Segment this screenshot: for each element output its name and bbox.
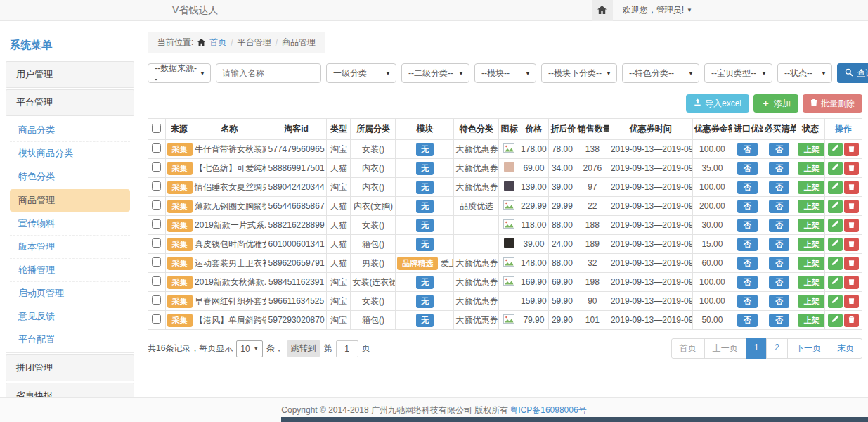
must-buy-toggle-button[interactable]: 否 (769, 295, 789, 308)
must-buy-toggle-button[interactable]: 否 (769, 257, 789, 270)
batch-delete-button[interactable]: 批量删除 (803, 94, 862, 113)
edit-button[interactable] (828, 257, 843, 270)
filter-select-module[interactable]: --模块--▼ (474, 63, 536, 83)
row-checkbox[interactable] (152, 257, 161, 267)
sidebar-item[interactable]: 宣传物料 (10, 212, 130, 236)
import-excel-button[interactable]: 导入excel (686, 94, 749, 113)
status-button[interactable]: 上架 (798, 143, 825, 156)
delete-button[interactable] (844, 219, 859, 232)
status-button[interactable]: 上架 (798, 257, 825, 270)
row-checkbox[interactable] (152, 295, 161, 305)
sidebar-item[interactable]: 商品管理 (10, 189, 130, 212)
delete-button[interactable] (844, 238, 859, 251)
edit-button[interactable] (828, 295, 843, 308)
must-buy-toggle-button[interactable]: 否 (769, 181, 789, 194)
import-toggle-button[interactable]: 否 (737, 238, 758, 251)
filter-select-module-sub-category[interactable]: --模块下分类--▼ (541, 63, 617, 83)
must-buy-toggle-button[interactable]: 否 (769, 200, 789, 213)
import-toggle-button[interactable]: 否 (737, 181, 758, 194)
sidebar-item[interactable]: 意见反馈 (10, 305, 130, 328)
per-page-select[interactable]: 10 ▼ (236, 340, 262, 357)
page-number-input[interactable] (336, 340, 358, 357)
must-buy-toggle-button[interactable]: 否 (769, 162, 789, 175)
sidebar-group[interactable]: 用户管理 (6, 61, 134, 88)
import-toggle-button[interactable]: 否 (737, 143, 758, 156)
sidebar-group[interactable]: 拼团管理 (6, 354, 134, 381)
search-input[interactable] (216, 63, 321, 83)
sidebar-item[interactable]: 商品分类 (10, 119, 130, 142)
pager-button[interactable]: 下一页 (787, 338, 829, 359)
icp-link[interactable]: 粤ICP备16098006号 (510, 404, 586, 416)
sidebar-item[interactable]: 模块商品分类 (10, 142, 130, 165)
edit-button[interactable] (828, 276, 843, 289)
delete-button[interactable] (844, 314, 859, 327)
row-checkbox[interactable] (152, 143, 161, 153)
user-menu[interactable]: 欢迎您，管理员! ▼ (623, 4, 692, 16)
status-button[interactable]: 上架 (798, 162, 825, 175)
edit-button[interactable] (828, 143, 843, 156)
filter-select-feature-category[interactable]: --特色分类--▼ (622, 63, 699, 83)
must-buy-toggle-button[interactable]: 否 (769, 238, 789, 251)
must-buy-toggle-button[interactable]: 否 (769, 314, 789, 327)
sidebar-item[interactable]: 平台配置 (10, 328, 130, 351)
status-button[interactable]: 上架 (798, 200, 825, 213)
row-checkbox[interactable] (152, 276, 161, 286)
row-checkbox[interactable] (152, 314, 161, 324)
edit-button[interactable] (828, 238, 843, 251)
sidebar-item[interactable]: 轮播管理 (10, 259, 130, 282)
sidebar-group[interactable]: 平台管理 (6, 89, 134, 116)
edit-button[interactable] (828, 181, 843, 194)
edit-button[interactable] (828, 200, 843, 213)
filter-select-level2-category[interactable]: --二级分类--▼ (401, 63, 469, 83)
home-button[interactable] (592, 0, 613, 21)
status-button[interactable]: 上架 (798, 181, 825, 194)
sidebar-item[interactable]: 启动页管理 (10, 282, 130, 305)
edit-button[interactable] (828, 219, 843, 232)
row-checkbox[interactable] (152, 219, 161, 229)
query-button[interactable]: 查询 (837, 63, 868, 83)
filter-select-level1-category[interactable]: 一级分类▼ (326, 63, 396, 83)
import-toggle-button[interactable]: 否 (737, 219, 758, 232)
status-button[interactable]: 上架 (798, 314, 825, 327)
status-button[interactable]: 上架 (798, 295, 825, 308)
delete-button[interactable] (844, 143, 859, 156)
status-button[interactable]: 上架 (798, 238, 825, 251)
pager-button[interactable]: 末页 (829, 338, 862, 359)
import-toggle-button[interactable]: 否 (737, 200, 758, 213)
import-toggle-button[interactable]: 否 (737, 314, 758, 327)
pager-button[interactable]: 2 (766, 338, 788, 359)
sidebar-item[interactable]: 版本管理 (10, 236, 130, 259)
edit-button[interactable] (828, 162, 843, 175)
status-button[interactable]: 上架 (798, 276, 825, 289)
pager-button[interactable]: 1 (746, 338, 767, 359)
must-buy-toggle-button[interactable]: 否 (769, 276, 789, 289)
filter-select-status[interactable]: --状态--▼ (777, 63, 832, 83)
filter-select-data-source[interactable]: --数据来源--▼ (148, 63, 211, 83)
delete-button[interactable] (844, 162, 859, 175)
delete-button[interactable] (844, 276, 859, 289)
sidebar-group[interactable]: 省惠快报 (6, 383, 134, 397)
delete-button[interactable] (844, 200, 859, 213)
row-checkbox[interactable] (152, 181, 161, 191)
edit-button[interactable] (828, 314, 843, 327)
filter-select-value: --数据来源-- (155, 63, 197, 84)
filter-select-item-type[interactable]: --宝贝类型--▼ (704, 63, 772, 83)
row-checkbox[interactable] (152, 162, 161, 172)
import-toggle-button[interactable]: 否 (737, 276, 758, 289)
import-toggle-button[interactable]: 否 (737, 162, 758, 175)
must-buy-toggle-button[interactable]: 否 (769, 143, 789, 156)
delete-button[interactable] (844, 181, 859, 194)
must-buy-toggle-button[interactable]: 否 (769, 219, 789, 232)
sidebar-item[interactable]: 特色分类 (10, 165, 130, 188)
row-checkbox[interactable] (152, 200, 161, 210)
breadcrumb-home-link[interactable]: 首页 (209, 37, 226, 49)
status-button[interactable]: 上架 (798, 219, 825, 232)
delete-button[interactable] (844, 257, 859, 270)
row-checkbox[interactable] (152, 238, 161, 248)
import-toggle-button[interactable]: 否 (737, 257, 758, 270)
add-button[interactable]: ＋ 添加 (753, 94, 798, 113)
jump-button[interactable]: 跳转到 (287, 340, 320, 357)
import-toggle-button[interactable]: 否 (737, 295, 758, 308)
delete-button[interactable] (844, 295, 859, 308)
select-all-checkbox[interactable] (152, 124, 161, 133)
